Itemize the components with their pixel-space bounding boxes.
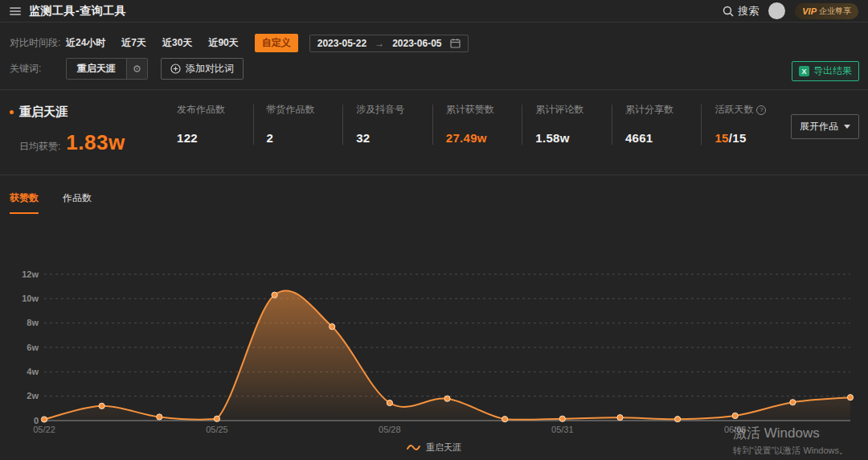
svg-text:8w: 8w [27,318,39,327]
svg-text:12w: 12w [22,269,39,279]
legend-label: 重启天涯 [426,442,461,454]
expand-works-label: 展开作品 [800,120,838,133]
metric-total-shares: 累计分享数 4661 [612,103,702,145]
gear-icon[interactable] [126,59,147,79]
tab-works[interactable]: 作品数 [63,191,92,214]
search-icon [723,6,734,17]
add-compare-button[interactable]: 添加对比词 [161,58,244,80]
svg-text:06/03: 06/03 [724,425,747,434]
search-label: 搜索 [738,4,759,18]
metric-total-likes: 累计获赞数 27.49w [433,103,522,145]
circle-plus-icon [170,64,181,74]
tab-likes[interactable]: 获赞数 [10,191,39,214]
time-option-7d[interactable]: 近7天 [121,36,146,50]
export-results-button[interactable]: X 导出结果 [792,61,859,81]
metrics-row: 发布作品数 122 带货作品数 2 涉及抖音号 32 累计获赞数 27.49w … [164,103,858,155]
excel-icon: X [799,66,809,76]
add-compare-label: 添加对比词 [186,62,234,76]
page-title: 监测工具-查询工具 [29,4,126,18]
keyword-chip-text: 重启天涯 [67,59,126,79]
info-icon[interactable]: ? [756,105,766,115]
time-option-90d[interactable]: 近90天 [208,36,238,50]
menu-icon[interactable] [10,7,21,15]
date-arrow: → [375,38,384,49]
line-chart-canvas: 02w4w6w8w10w12w05/2205/2505/2805/3106/03 [0,262,868,436]
keyword-label: 关键词: [10,62,66,76]
chevron-down-icon [844,125,850,129]
stats-keyword-name: 重启天涯 [19,105,68,120]
date-end: 2023-06-05 [392,38,441,49]
calendar-icon [450,38,461,48]
svg-text:6w: 6w [27,343,39,352]
expand-works-button[interactable]: 展开作品 [791,114,859,139]
avg-likes-row: 日均获赞: 1.83w [10,130,164,155]
keyword-stats-panel: 重启天涯 日均获赞: 1.83w 发布作品数 122 带货作品数 2 涉及抖音号… [0,90,868,175]
keyword-row: 关键词: 重启天涯 添加对比词 [10,58,858,80]
chart-legend-item[interactable]: 重启天涯 [0,442,868,454]
avg-likes-value: 1.83w [66,130,125,155]
vip-badge-label: 企业尊享 [819,6,851,17]
header-right: 搜索 VIP 企业尊享 [723,2,858,19]
top-bar: 监测工具-查询工具 搜索 VIP 企业尊享 [0,0,868,23]
likes-trend-chart: 02w4w6w8w10w12w05/2205/2505/2805/3106/03 [0,262,868,436]
svg-text:10w: 10w [22,294,39,303]
time-range-row: 对比时间段: 近24小时 近7天 近30天 近90天 自定义 2023-05-2… [10,34,858,52]
keyword-chip[interactable]: 重启天涯 [66,58,148,80]
legend-wave-icon [407,444,420,451]
search-button[interactable]: 搜索 [723,4,759,18]
svg-text:05/28: 05/28 [379,425,401,434]
metric-active-days: 活跃天数 ? 15/15 [702,103,791,145]
vip-badge[interactable]: VIP 企业尊享 [795,3,858,19]
chart-tabs: 获赞数 作品数 [0,175,868,214]
metric-commerce-works: 带货作品数 2 [254,103,343,145]
svg-text:05/22: 05/22 [33,425,55,434]
metric-accounts-involved: 涉及抖音号 32 [343,103,432,145]
svg-text:05/31: 05/31 [551,425,574,434]
date-range-picker[interactable]: 2023-05-22 → 2023-06-05 [309,35,469,52]
metric-total-comments: 累计评论数 1.58w [522,103,612,145]
time-option-custom[interactable]: 自定义 [255,34,298,52]
time-option-30d[interactable]: 近30天 [162,36,192,50]
time-option-24h[interactable]: 近24小时 [66,36,105,50]
svg-text:05/25: 05/25 [206,425,228,434]
svg-text:2w: 2w [27,391,39,400]
time-range-label: 对比时间段: [10,36,66,50]
keyword-bullet-icon [10,110,14,114]
filter-section: 对比时间段: 近24小时 近7天 近30天 近90天 自定义 2023-05-2… [0,23,868,90]
export-label: 导出结果 [813,64,852,78]
svg-text:0: 0 [34,416,39,425]
svg-text:4w: 4w [27,367,39,376]
stats-keyword-title: 重启天涯 [10,105,164,120]
date-start: 2023-05-22 [317,38,366,49]
avatar[interactable] [768,2,785,19]
stats-keyword-block: 重启天涯 日均获赞: 1.83w [10,103,164,155]
metric-published-works: 发布作品数 122 [164,103,253,145]
vip-logo: VIP [802,6,817,16]
avg-likes-label: 日均获赞: [19,140,60,154]
